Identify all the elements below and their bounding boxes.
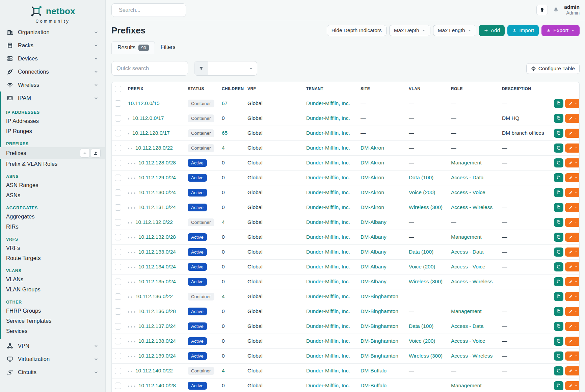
edit-dropdown-button[interactable] xyxy=(565,307,579,316)
column-header-tenant[interactable]: TENANT xyxy=(303,82,358,96)
column-header-site[interactable]: SITE xyxy=(358,82,406,96)
edit-dropdown-button[interactable] xyxy=(565,99,579,108)
sidebar-item-prefixes[interactable]: Prefixes xyxy=(0,147,105,159)
tenant-link[interactable]: Dunder-Mifflin, Inc. xyxy=(306,189,350,195)
column-header-vrf[interactable]: VRF xyxy=(245,82,303,96)
role-link[interactable]: Management xyxy=(451,234,481,240)
copy-button[interactable] xyxy=(554,262,563,271)
vlan-link[interactable]: Data (100) xyxy=(409,323,433,329)
vlan-link[interactable]: Voice (200) xyxy=(409,189,435,195)
notifications-bell-icon[interactable] xyxy=(553,7,559,13)
site-link[interactable]: DM-Buffalo xyxy=(361,383,387,388)
row-checkbox[interactable] xyxy=(115,293,121,300)
quick-search-input[interactable] xyxy=(116,65,183,72)
tenant-link[interactable]: Dunder-Mifflin, Inc. xyxy=(306,100,350,106)
prefix-link[interactable]: 10.112.132.0/28 xyxy=(138,234,176,240)
prefix-link[interactable]: 10.112.135.0/24 xyxy=(138,279,176,284)
sidebar-item-organization[interactable]: Organization xyxy=(0,26,105,39)
sidebar-item-vlans[interactable]: VLANs xyxy=(0,274,105,284)
copy-button[interactable] xyxy=(554,114,563,123)
copy-button[interactable] xyxy=(554,247,563,257)
edit-dropdown-button[interactable] xyxy=(565,158,579,167)
tenant-link[interactable]: Dunder-Mifflin, Inc. xyxy=(306,249,350,255)
prefix-link[interactable]: 10.112.0.0/15 xyxy=(128,100,160,106)
role-link[interactable]: Access - Wireless xyxy=(451,353,493,359)
max-length-dropdown[interactable]: Max Length xyxy=(433,25,476,36)
edit-dropdown-button[interactable] xyxy=(565,129,579,138)
row-checkbox[interactable] xyxy=(115,368,121,374)
sidebar-item-vrfs[interactable]: VRFs xyxy=(0,243,105,253)
row-checkbox[interactable] xyxy=(115,383,121,389)
site-link[interactable]: DM-Akron xyxy=(361,204,384,210)
vlan-link[interactable]: Voice (200) xyxy=(409,264,435,269)
sidebar-item-connections[interactable]: Connections xyxy=(0,65,105,78)
sidebar-item-ip-addresses[interactable]: IP Addresses xyxy=(0,116,105,126)
column-header-vlan[interactable]: VLAN xyxy=(406,82,448,96)
sidebar-item-asns[interactable]: ASNs xyxy=(0,190,105,200)
edit-dropdown-button[interactable] xyxy=(565,337,579,346)
role-link[interactable]: Management xyxy=(451,308,481,314)
tenant-link[interactable]: Dunder-Mifflin, Inc. xyxy=(306,308,350,314)
row-checkbox[interactable] xyxy=(115,279,121,285)
import-button[interactable]: Import xyxy=(507,25,539,36)
copy-button[interactable] xyxy=(554,277,563,286)
role-link[interactable]: Access - Voice xyxy=(451,264,485,269)
children-count-link[interactable]: 4 xyxy=(222,219,225,225)
children-count-link[interactable]: 4 xyxy=(222,368,225,373)
role-link[interactable]: Management xyxy=(451,160,481,165)
children-count-link[interactable]: 4 xyxy=(222,145,225,151)
site-link[interactable]: DM-Akron xyxy=(361,189,384,195)
copy-button[interactable] xyxy=(554,337,563,346)
prefix-link[interactable]: 10.112.139.0/24 xyxy=(138,353,176,359)
site-link[interactable]: DM-Albany xyxy=(361,219,387,225)
edit-dropdown-button[interactable] xyxy=(565,173,579,182)
edit-dropdown-button[interactable] xyxy=(565,247,579,257)
role-link[interactable]: Access - Data xyxy=(451,249,483,255)
quick-search[interactable] xyxy=(111,61,188,76)
copy-button[interactable] xyxy=(554,218,563,227)
tenant-link[interactable]: Dunder-Mifflin, Inc. xyxy=(306,323,350,329)
copy-button[interactable] xyxy=(554,381,563,390)
edit-dropdown-button[interactable] xyxy=(565,322,579,331)
prefix-link[interactable]: 10.112.136.0/28 xyxy=(138,308,176,314)
sidebar-item-ipam[interactable]: IPAM xyxy=(0,92,105,105)
site-link[interactable]: DM-Albany xyxy=(361,264,387,269)
role-link[interactable]: Access - Data xyxy=(451,175,483,180)
vlan-link[interactable]: Wireless (300) xyxy=(409,353,443,359)
copy-button[interactable] xyxy=(554,158,563,167)
add-button[interactable]: Add xyxy=(479,25,505,36)
max-depth-dropdown[interactable]: Max Depth xyxy=(389,25,430,36)
children-count-link[interactable]: 67 xyxy=(222,100,228,106)
prefix-link[interactable]: 10.112.129.0/24 xyxy=(138,175,176,180)
role-link[interactable]: Access - Wireless xyxy=(451,279,493,284)
site-link[interactable]: DM-Binghamton xyxy=(361,338,398,344)
copy-button[interactable] xyxy=(554,99,563,108)
row-checkbox[interactable] xyxy=(115,353,121,359)
theme-toggle-button[interactable] xyxy=(536,5,548,15)
select-all-checkbox[interactable] xyxy=(115,86,121,92)
sidebar-item-wireless[interactable]: Wireless xyxy=(0,78,105,92)
copy-button[interactable] xyxy=(554,173,563,182)
column-header-prefix[interactable]: PREFIX xyxy=(125,82,185,96)
tenant-link[interactable]: Dunder-Mifflin, Inc. xyxy=(306,368,350,373)
sidebar-item-vpn[interactable]: VPN xyxy=(0,339,105,352)
copy-button[interactable] xyxy=(554,143,563,153)
vlan-link[interactable]: Wireless (300) xyxy=(409,204,443,210)
site-link[interactable]: DM-Albany xyxy=(361,249,387,255)
copy-button[interactable] xyxy=(554,292,563,301)
tenant-link[interactable]: Dunder-Mifflin, Inc. xyxy=(306,293,350,299)
tenant-link[interactable]: Dunder-Mifflin, Inc. xyxy=(306,219,350,225)
copy-button[interactable] xyxy=(554,322,563,331)
site-link[interactable]: DM-Akron xyxy=(361,145,384,151)
row-checkbox[interactable] xyxy=(115,115,121,122)
role-link[interactable]: Management xyxy=(451,383,481,388)
role-link[interactable]: Access - Voice xyxy=(451,189,485,195)
add-prefix-button[interactable] xyxy=(80,149,90,158)
site-link[interactable]: DM-Binghamton xyxy=(361,308,398,314)
children-count-link[interactable]: 4 xyxy=(222,293,225,299)
row-checkbox[interactable] xyxy=(115,323,121,330)
vlan-link[interactable]: Data (100) xyxy=(409,175,433,180)
copy-button[interactable] xyxy=(554,366,563,375)
edit-dropdown-button[interactable] xyxy=(565,233,579,242)
tenant-link[interactable]: Dunder-Mifflin, Inc. xyxy=(306,130,350,136)
